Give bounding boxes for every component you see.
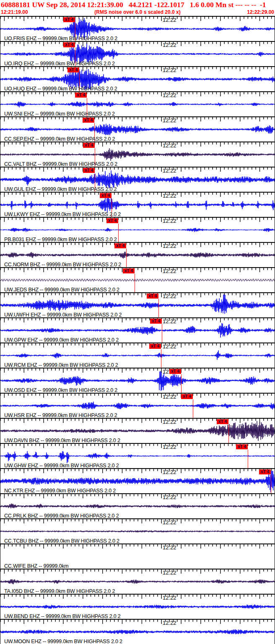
minute-label: 12:22 xyxy=(163,67,176,73)
time-ticks xyxy=(0,17,275,22)
trace-panel[interactable]: 12:22 xT 4 UW.HSR EHZ -- 99999.0km BW HI… xyxy=(0,393,275,418)
trace-panel[interactable]: 12:22 xT 4 UW.GPW EHZ -- 99999.0km BW HI… xyxy=(0,317,275,343)
trace-panel[interactable]: 12:22 xT 4 UW.OSD EHZ -- 99999.0km BW HI… xyxy=(0,368,275,393)
trace-panel[interactable]: 12:22 xT 4 UO.IRQ EHZ -- 99999.0km BW HI… xyxy=(0,41,275,66)
pick-flag[interactable]: xT 4 xyxy=(150,319,162,324)
trace-panel-stack: 12:22 xT 4 UO.FRIS EHZ -- 99999.0km BW H… xyxy=(0,16,275,644)
pick-line[interactable] xyxy=(181,374,182,393)
minute-label: 12:22 xyxy=(163,444,176,450)
trace-panel[interactable]: 12:22 CC.TCBU BHZ -- 99999.0km BW HIGHPA… xyxy=(0,518,275,544)
trace-label: PB.B031 EHZ -- 99999.0km BW HIGHPASS 2.0… xyxy=(4,237,117,242)
minute-label: 12:22 xyxy=(163,520,176,525)
pick-line[interactable] xyxy=(162,324,162,343)
time-ticks xyxy=(0,620,275,625)
trace-label: UW.DAVN BHZ -- 99999.0km BW HIGHPASS 2.0… xyxy=(4,438,120,443)
trace-panel[interactable]: 12:22 xT 4 UW.SNI EHZ -- 99999.0km BW HI… xyxy=(0,91,275,116)
time-window-bar: 12:21:19.00 (RMS noise over 6.0 s scaled… xyxy=(0,9,275,15)
pick-line[interactable] xyxy=(126,249,127,267)
pick-flag[interactable]: xT 4 xyxy=(181,394,193,399)
trace-panel[interactable]: 12:22 CC.WIFE BHZ -- 99999.0km xyxy=(0,544,275,569)
pick-flag[interactable]: xT 4 xyxy=(123,268,135,273)
trace-label: UW.HSR EHZ -- 99999.0km BW HIGHPASS 2.0 … xyxy=(4,413,117,418)
time-ticks xyxy=(0,268,275,273)
trace-label: CC.SEP.EHZ -- 99999.0km BW HIGHPASS 2.0 … xyxy=(4,137,115,142)
pick-line[interactable] xyxy=(271,475,271,493)
minute-label: 12:22 xyxy=(163,93,176,98)
time-ticks xyxy=(0,193,275,198)
event-summary-header: 60888181 UW Sep 28, 2014 12:21:39.00 44.… xyxy=(1,0,275,9)
time-ticks xyxy=(0,142,275,147)
minute-label: 12:22 xyxy=(163,394,176,399)
window-end-time: 12:22:29.00 xyxy=(246,9,275,15)
minute-label: 12:22 xyxy=(163,168,176,173)
pick-flag[interactable]: xT 4 xyxy=(114,243,126,248)
trace-label: UW.UWFH EHZ -- 99999.0km BW HIGHPASS 2.0… xyxy=(4,312,122,317)
time-ticks xyxy=(0,293,275,298)
trace-panel[interactable]: 12:22 xT 4 NC.KTR.EHZ -- 99999.0km BW HI… xyxy=(0,468,275,493)
minute-label: 12:22 xyxy=(163,319,176,324)
pick-flag[interactable]: xT 4 xyxy=(63,42,75,47)
pick-flag[interactable]: xT 4 xyxy=(147,294,158,299)
time-ticks xyxy=(0,469,275,474)
time-ticks xyxy=(0,343,275,348)
pick-flag[interactable]: xT 4 xyxy=(83,143,95,148)
trace-panel[interactable]: 12:22 xT 4 UW.DAVN BHZ -- 99999.0km BW H… xyxy=(0,418,275,443)
trace-label: TA.I05D BHZ -- 99999.0km BW HIGHPASS 2.0… xyxy=(4,589,115,594)
pick-flag[interactable]: xT 4 xyxy=(149,344,161,349)
time-ticks xyxy=(0,117,275,122)
trace-panel[interactable]: 12:22 UW.MOON EHZ -- 99999.0km BW HIGHPA… xyxy=(0,619,275,644)
trace-panel[interactable]: 12:22 xT 4 UO.FRIS EHZ -- 99999.0km BW H… xyxy=(0,16,275,41)
trace-panel[interactable]: 12:22 xT 4 CC.NORM BHZ -- 99999.0km BW H… xyxy=(0,242,275,267)
trace-panel[interactable]: 12:22 TA.I05D BHZ -- 99999.0km BW HIGHPA… xyxy=(0,569,275,594)
pick-line[interactable] xyxy=(161,349,161,368)
trace-panel[interactable]: 12:22 xT 4 CC.SEP.EHZ -- 99999.0km BW HI… xyxy=(0,116,275,142)
pick-flag[interactable]: xT 4 xyxy=(106,218,118,223)
minute-label: 12:22 xyxy=(163,419,176,425)
trace-label: UO.HUQ EHZ -- 99999.0km BW HIGHPASS 2.0 … xyxy=(4,86,117,91)
time-ticks xyxy=(0,218,275,223)
pick-flag[interactable]: xT 4 xyxy=(63,17,75,22)
pick-flag[interactable]: xT 4 xyxy=(100,193,112,198)
time-ticks xyxy=(0,167,275,173)
trace-label: UW.GUL EHZ -- 99999.0km BW HIGHPASS 2.0 … xyxy=(4,187,117,192)
trace-label: CC.PRLK BHZ -- 99999.0km BW HIGHPASS 2.0… xyxy=(4,513,119,518)
trace-panel[interactable]: 12:22 xT 4 UW.GHW EHZ -- 99999.0km BW HI… xyxy=(0,443,275,468)
pick-flag[interactable]: xT 4 xyxy=(236,444,248,449)
pick-flag[interactable]: xT 4 xyxy=(259,469,271,474)
minute-label: 12:22 xyxy=(163,118,176,123)
trace-panel[interactable]: 12:22 xT 4 UO.HUQ EHZ -- 99999.0km BW HI… xyxy=(0,66,275,91)
trace-label: UO.FRIS EHZ -- 99999.0km BW HIGHPASS 2.0… xyxy=(4,36,117,41)
time-ticks xyxy=(0,394,275,399)
minute-label: 12:22 xyxy=(163,243,176,249)
trace-panel[interactable]: 12:22 xT 4 PB.B031 EHZ -- 99999.0km BW H… xyxy=(0,217,275,242)
pick-flag[interactable]: xT 4 xyxy=(83,168,95,173)
trace-panel[interactable]: 12:22 xT 4 UW.JEDS BHZ -- 99999.0km BW H… xyxy=(0,267,275,292)
pick-line[interactable] xyxy=(118,224,119,242)
time-ticks xyxy=(0,318,275,323)
trace-label: UW.BEND EHZ -- 99999.0km BW HIGHPASS 2.0… xyxy=(4,614,121,619)
pick-flag[interactable]: xT 4 xyxy=(83,118,94,123)
pick-line[interactable] xyxy=(193,399,193,418)
minute-label: 12:22 xyxy=(163,545,176,550)
trace-label: UW.OSD EHZ -- 99999.0km BW HIGHPASS 2.0 … xyxy=(4,388,117,393)
trace-panel[interactable]: 12:22 xT 4 UW.UWFH EHZ -- 99999.0km BW H… xyxy=(0,292,275,317)
trace-panel[interactable]: 12:22 CC.PRLK BHZ -- 99999.0km BW HIGHPA… xyxy=(0,493,275,518)
pick-flag[interactable]: xT 4 xyxy=(75,93,87,98)
pick-flag[interactable]: xT 4 xyxy=(217,419,228,424)
pick-line[interactable] xyxy=(158,299,159,317)
minute-label: 12:22 xyxy=(163,570,176,575)
trace-panel[interactable]: 12:22 xT 4 CC.VALT BHZ -- 99999.0km BW H… xyxy=(0,142,275,167)
time-ticks xyxy=(0,368,275,374)
pick-line[interactable] xyxy=(228,425,229,443)
trace-panel[interactable]: 12:22 xT 4 UW.GUL EHZ -- 99999.0km BW HI… xyxy=(0,167,275,192)
pick-flag[interactable]: xT 4 xyxy=(67,67,79,72)
trace-panel[interactable]: 12:22 UW.BEND EHZ -- 99999.0km BW HIGHPA… xyxy=(0,594,275,619)
trace-label: CC.NORM BHZ -- 99999.0km BW HIGHPASS 2.0… xyxy=(4,262,121,267)
trace-panel[interactable]: 12:22 xT 4 UW.LKWY EHZ -- 99999.0km BW H… xyxy=(0,192,275,217)
pick-flag[interactable]: xT 4 xyxy=(169,369,181,374)
pick-line[interactable] xyxy=(248,450,248,468)
time-ticks xyxy=(0,544,275,549)
minute-label: 12:22 xyxy=(163,620,176,626)
pick-line[interactable] xyxy=(135,274,135,292)
trace-panel[interactable]: 12:22 xT 4 UW.RCM EHZ -- 99999.0km BW HI… xyxy=(0,343,275,368)
